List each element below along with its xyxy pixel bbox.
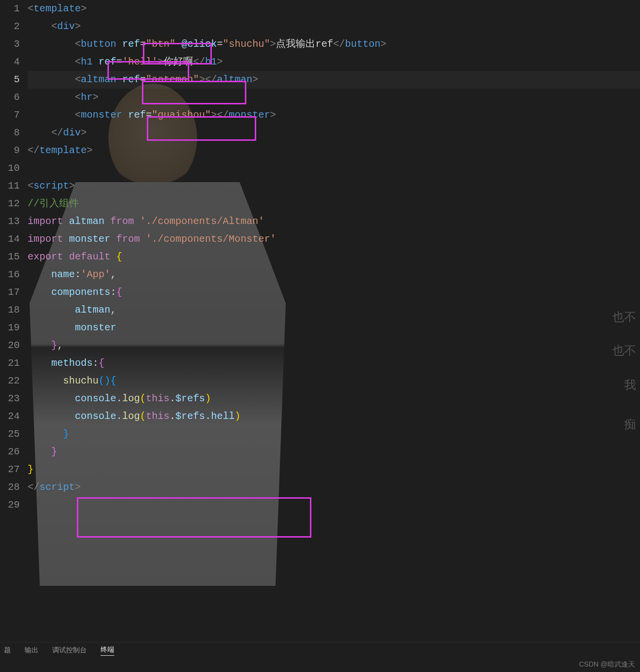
panel-tab-problems[interactable]: 题 bbox=[4, 646, 11, 655]
line-number: 7 bbox=[0, 106, 20, 124]
code-line[interactable]: <div> bbox=[28, 18, 640, 35]
code-line[interactable]: name:'App', bbox=[28, 266, 640, 284]
code-line[interactable]: console.log(this.$refs.hell) bbox=[28, 408, 640, 425]
line-number: 9 bbox=[0, 142, 20, 160]
code-line[interactable]: </template> bbox=[28, 142, 640, 160]
background-lyric: 痴 bbox=[624, 418, 636, 430]
code-line[interactable]: } bbox=[28, 425, 640, 443]
panel-tab-output[interactable]: 输出 bbox=[25, 646, 38, 655]
code-line[interactable]: } bbox=[28, 461, 640, 479]
code-line[interactable]: <altman ref="aoteman"></altman> bbox=[28, 71, 640, 89]
line-number: 22 bbox=[0, 372, 20, 390]
code-editor[interactable]: 1234567891011121314151617181920212223242… bbox=[0, 0, 640, 642]
code-line[interactable]: export default { bbox=[28, 248, 640, 266]
code-line[interactable]: //引入组件 bbox=[28, 195, 640, 213]
line-number: 23 bbox=[0, 390, 20, 408]
line-number: 28 bbox=[0, 479, 20, 496]
line-number: 15 bbox=[0, 248, 20, 266]
line-number: 11 bbox=[0, 177, 20, 195]
line-number: 27 bbox=[0, 461, 20, 479]
watermark: CSDN @暗武逢天 bbox=[579, 660, 635, 669]
line-number: 24 bbox=[0, 408, 20, 425]
line-number: 13 bbox=[0, 213, 20, 230]
code-line[interactable]: }, bbox=[28, 337, 640, 354]
line-number: 20 bbox=[0, 337, 20, 354]
bottom-panel-tabs: 题输出调试控制台终端 bbox=[0, 642, 640, 658]
code-line[interactable] bbox=[28, 160, 640, 177]
background-lyric: 我 bbox=[624, 379, 636, 391]
line-number: 1 bbox=[0, 0, 20, 18]
line-number: 4 bbox=[0, 53, 20, 71]
code-line[interactable]: <button ref="btn" @click="shuchu">点我输出re… bbox=[28, 35, 640, 53]
code-line[interactable]: </script> bbox=[28, 479, 640, 496]
code-line[interactable]: <h1 ref='hell'>你好啊</h1> bbox=[28, 53, 640, 71]
code-line[interactable]: altman, bbox=[28, 301, 640, 319]
line-number: 8 bbox=[0, 124, 20, 142]
code-line[interactable]: import monster from './components/Monste… bbox=[28, 230, 640, 248]
line-number: 29 bbox=[0, 496, 20, 514]
code-line[interactable]: <hr> bbox=[28, 89, 640, 106]
line-number: 17 bbox=[0, 284, 20, 301]
line-number: 2 bbox=[0, 18, 20, 35]
code-line[interactable]: <template> bbox=[28, 0, 640, 18]
line-number: 21 bbox=[0, 354, 20, 372]
code-line[interactable]: monster bbox=[28, 319, 640, 337]
code-line[interactable]: <script> bbox=[28, 177, 640, 195]
line-number: 12 bbox=[0, 195, 20, 213]
code-line[interactable]: console.log(this.$refs) bbox=[28, 390, 640, 408]
code-line[interactable]: shuchu(){ bbox=[28, 372, 640, 390]
line-number: 10 bbox=[0, 160, 20, 177]
line-number: 19 bbox=[0, 319, 20, 337]
code-line[interactable]: </div> bbox=[28, 124, 640, 142]
background-lyric: 也不 bbox=[612, 311, 636, 323]
code-line[interactable]: } bbox=[28, 443, 640, 461]
code-line[interactable]: <monster ref="guaishou"></monster> bbox=[28, 106, 640, 124]
line-number-gutter: 1234567891011121314151617181920212223242… bbox=[0, 0, 25, 642]
line-number: 6 bbox=[0, 89, 20, 106]
code-area[interactable]: <template> <div> <button ref="btn" @clic… bbox=[25, 0, 640, 642]
line-number: 3 bbox=[0, 35, 20, 53]
code-line[interactable]: components:{ bbox=[28, 284, 640, 301]
code-line[interactable] bbox=[28, 496, 640, 514]
code-line[interactable]: methods:{ bbox=[28, 354, 640, 372]
panel-tab-terminal[interactable]: 终端 bbox=[101, 645, 114, 656]
panel-tab-debug-console[interactable]: 调试控制台 bbox=[52, 646, 87, 655]
line-number: 16 bbox=[0, 266, 20, 284]
code-line[interactable]: import altman from './components/Altman' bbox=[28, 213, 640, 230]
line-number: 5 bbox=[0, 71, 20, 89]
line-number: 25 bbox=[0, 425, 20, 443]
line-number: 18 bbox=[0, 301, 20, 319]
background-lyric: 也不 bbox=[612, 345, 636, 356]
line-number: 14 bbox=[0, 230, 20, 248]
line-number: 26 bbox=[0, 443, 20, 461]
